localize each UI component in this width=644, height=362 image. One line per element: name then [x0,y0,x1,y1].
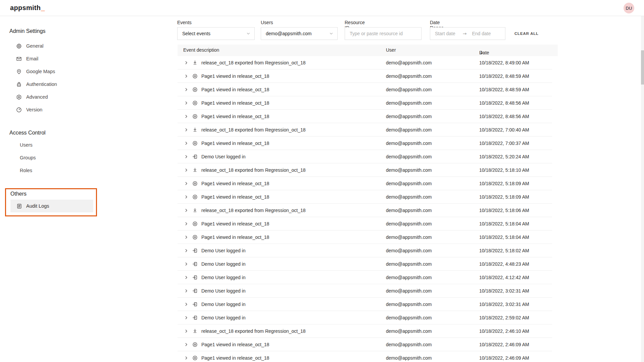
chevron-right-icon[interactable] [184,60,189,65]
table-row[interactable]: release_oct_18 exported from Regression_… [178,163,552,177]
table-row[interactable]: Page1 viewed in release_oct_18demo@appsm… [178,69,552,83]
sidebar-item-label: Groups [20,155,36,160]
event-date: 10/18/2022, 5:18:09 AM [479,190,529,204]
table-row[interactable]: release_oct_18 exported from Regression_… [178,123,552,137]
sidebar-item-version[interactable]: Version [0,103,107,116]
sidebar-heading-others: Others [10,191,27,197]
logo-text: appsmith [10,4,41,11]
chevron-right-icon[interactable] [184,154,189,159]
table-row[interactable]: Page1 viewed in release_oct_18demo@appsm… [178,230,552,244]
sidebar-item-users[interactable]: Users [0,139,107,151]
event-user: demo@appsmith.com [386,137,432,150]
event-user: demo@appsmith.com [386,311,432,324]
sidebar-access-control-items: UsersGroupsRoles [0,139,107,177]
table-row[interactable]: Page1 viewed in release_oct_18demo@appsm… [178,190,552,204]
table-row[interactable]: Demo User logged indemo@appsmith.com10/1… [178,257,552,271]
date-range-input[interactable]: Start date → End date [430,27,505,40]
event-date: 10/18/2022, 8:48:59 AM [479,69,529,83]
chevron-right-icon[interactable] [184,208,189,213]
chevron-right-icon[interactable] [184,195,189,199]
chevron-right-icon[interactable] [184,101,189,105]
event-user: demo@appsmith.com [386,217,432,230]
table-row[interactable]: release_oct_18 exported from Regression_… [178,324,552,338]
users-select[interactable]: demo@appsmith.com [261,27,338,40]
table-row[interactable]: Demo User logged indemo@appsmith.com10/1… [178,311,552,324]
event-user: demo@appsmith.com [386,230,432,244]
table-row[interactable]: Page1 viewed in release_oct_18demo@appsm… [178,177,552,190]
table-row[interactable]: Page1 viewed in release_oct_18demo@appsm… [178,83,552,96]
chevron-right-icon[interactable] [184,127,189,132]
events-select-value: Select events [182,31,210,36]
column-header-user[interactable]: User [386,47,396,53]
chevron-right-icon[interactable] [184,302,189,307]
sort-descending-icon [479,50,484,55]
event-description: Page1 viewed in release_oct_18 [201,217,269,230]
sidebar-item-advanced[interactable]: Advanced [0,91,107,103]
table-row[interactable]: Page1 viewed in release_oct_18demo@appsm… [178,137,552,150]
sidebar-item-label: Authentication [26,82,57,87]
view-icon [192,87,198,92]
event-date: 10/18/2022, 5:20:24 AM [479,150,529,163]
table-row[interactable]: Demo User logged indemo@appsmith.com10/1… [178,244,552,257]
event-date: 10/18/2022, 4:48:23 AM [479,257,529,271]
table-row[interactable]: Demo User logged indemo@appsmith.com10/1… [178,298,552,311]
table-row[interactable]: Page1 viewed in release_oct_18demo@appsm… [178,351,552,362]
events-select[interactable]: Select events [177,27,255,40]
chevron-right-icon[interactable] [184,221,189,226]
table-row[interactable]: Demo User logged indemo@appsmith.com10/1… [178,284,552,298]
chevron-right-icon[interactable] [184,235,189,240]
start-date-placeholder[interactable]: Start date [435,31,455,36]
vertical-scrollbar-thumb[interactable] [641,50,644,85]
clear-all-button[interactable]: CLEAR ALL [514,30,539,38]
sidebar-item-groups[interactable]: Groups [0,151,107,164]
chevron-right-icon[interactable] [184,168,189,172]
user-avatar[interactable]: DU [624,3,634,13]
table-row[interactable]: release_oct_18 exported from Regression_… [178,204,552,217]
view-icon [192,141,198,146]
event-date: 10/18/2022, 8:48:56 AM [479,110,529,123]
sidebar-item-general[interactable]: General [0,40,107,52]
resource-id-input[interactable] [345,28,421,40]
login-icon [192,275,198,280]
sidebar-item-google-maps[interactable]: Google Maps [0,65,107,78]
sidebar-item-email[interactable]: Email [0,52,107,65]
chevron-right-icon[interactable] [184,181,189,186]
chevron-right-icon[interactable] [184,356,189,360]
table-row[interactable]: Page1 viewed in release_oct_18demo@appsm… [178,338,552,351]
event-user: demo@appsmith.com [386,324,432,338]
gear-icon [16,43,22,49]
chevron-right-icon[interactable] [184,74,189,79]
table-row[interactable]: Page1 viewed in release_oct_18demo@appsm… [178,96,552,110]
table-row[interactable]: release_oct_18 exported from Regression_… [178,56,552,69]
sidebar-item-roles[interactable]: Roles [0,164,107,177]
chevron-right-icon[interactable] [184,141,189,146]
chevron-right-icon[interactable] [184,87,189,92]
sidebar-item-audit-logs[interactable]: Audit Logs [10,200,93,212]
sidebar-heading-access-control: Access Control [9,130,46,136]
chevron-right-icon[interactable] [184,262,189,266]
chevron-right-icon[interactable] [184,114,189,119]
column-header-event-description[interactable]: Event description [183,47,219,53]
chevron-right-icon[interactable] [184,275,189,280]
chevron-right-icon[interactable] [184,329,189,333]
export-icon [192,127,198,133]
date-range-arrow-icon: → [463,31,467,36]
vertical-scrollbar-track[interactable] [641,16,644,362]
table-row[interactable]: Demo User logged indemo@appsmith.com10/1… [178,150,552,163]
view-icon [192,355,198,361]
sidebar-admin-settings-items: GeneralEmailGoogle MapsAuthenticationAdv… [0,40,107,116]
event-date: 10/18/2022, 8:48:59 AM [479,83,529,96]
end-date-placeholder[interactable]: End date [472,31,491,36]
audit-logs-table: Event description User Date release_oct_… [178,45,558,362]
table-row[interactable]: Page1 viewed in release_oct_18demo@appsm… [178,217,552,230]
chevron-right-icon[interactable] [184,315,189,320]
table-row[interactable]: Page1 viewed in release_oct_18demo@appsm… [178,110,552,123]
chevron-right-icon[interactable] [184,289,189,293]
chevron-right-icon[interactable] [184,342,189,347]
view-icon [192,73,198,79]
table-row[interactable]: Demo User logged indemo@appsmith.com10/1… [178,271,552,284]
event-date: 10/18/2022, 7:00:37 AM [479,137,529,150]
event-user: demo@appsmith.com [386,244,432,257]
sidebar-item-authentication[interactable]: Authentication [0,78,107,91]
chevron-right-icon[interactable] [184,248,189,253]
